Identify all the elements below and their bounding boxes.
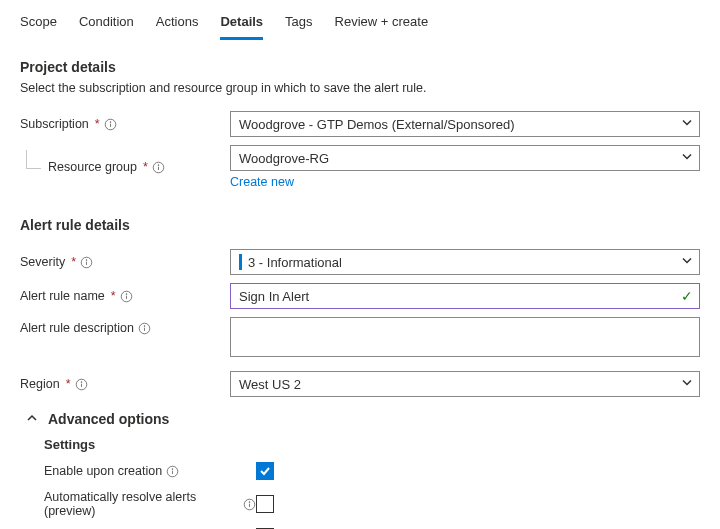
project-details-heading: Project details — [20, 59, 700, 75]
svg-point-11 — [126, 293, 127, 294]
subscription-label: Subscription* — [20, 117, 230, 131]
subscription-select[interactable]: Woodgrove - GTP Demos (External/Sponsore… — [230, 111, 700, 137]
auto-resolve-checkbox[interactable] — [256, 495, 274, 513]
tab-review-create[interactable]: Review + create — [335, 8, 429, 40]
alert-rule-name-input[interactable]: Sign In Alert ✓ — [230, 283, 700, 309]
project-details-desc: Select the subscription and resource gro… — [20, 81, 700, 95]
chevron-down-icon — [681, 377, 693, 392]
info-icon[interactable] — [243, 498, 256, 511]
severity-label: Severity* — [20, 255, 230, 269]
info-icon[interactable] — [152, 161, 165, 174]
create-new-link[interactable]: Create new — [230, 175, 294, 189]
tab-condition[interactable]: Condition — [79, 8, 134, 40]
svg-point-8 — [86, 259, 87, 260]
tab-tags[interactable]: Tags — [285, 8, 312, 40]
chevron-down-icon — [681, 117, 693, 132]
tab-scope[interactable]: Scope — [20, 8, 57, 40]
resource-group-select[interactable]: Woodgrove-RG — [230, 145, 700, 171]
info-icon[interactable] — [166, 465, 179, 478]
region-select[interactable]: West US 2 — [230, 371, 700, 397]
info-icon[interactable] — [138, 322, 151, 335]
severity-indicator — [239, 254, 242, 270]
tab-actions[interactable]: Actions — [156, 8, 199, 40]
region-label: Region* — [20, 377, 230, 391]
chevron-down-icon — [681, 151, 693, 166]
advanced-options-toggle[interactable]: Advanced options — [26, 411, 700, 427]
svg-point-23 — [249, 501, 250, 502]
alert-rule-name-label: Alert rule name* — [20, 289, 230, 303]
svg-point-5 — [158, 164, 159, 165]
svg-point-17 — [81, 381, 82, 382]
info-icon[interactable] — [80, 256, 93, 269]
tabs-bar: Scope Condition Actions Details Tags Rev… — [20, 0, 700, 41]
tab-details[interactable]: Details — [220, 8, 263, 40]
checkmark-icon: ✓ — [681, 288, 693, 304]
chevron-down-icon — [681, 255, 693, 270]
alert-rule-description-label: Alert rule description — [20, 317, 230, 335]
info-icon[interactable] — [120, 290, 133, 303]
info-icon[interactable] — [75, 378, 88, 391]
svg-point-14 — [144, 325, 145, 326]
alert-rule-description-input[interactable] — [230, 317, 700, 357]
settings-heading: Settings — [44, 437, 700, 452]
svg-point-2 — [110, 121, 111, 122]
svg-point-20 — [172, 468, 173, 469]
info-icon[interactable] — [104, 118, 117, 131]
enable-upon-creation-checkbox[interactable] — [256, 462, 274, 480]
severity-select[interactable]: 3 - Informational — [230, 249, 700, 275]
alert-rule-details-heading: Alert rule details — [20, 217, 700, 233]
enable-upon-creation-label: Enable upon creation — [44, 464, 256, 478]
resource-group-label: Resource group* — [20, 160, 230, 174]
auto-resolve-label: Automatically resolve alerts (preview) — [44, 490, 256, 518]
chevron-up-icon — [26, 412, 38, 427]
